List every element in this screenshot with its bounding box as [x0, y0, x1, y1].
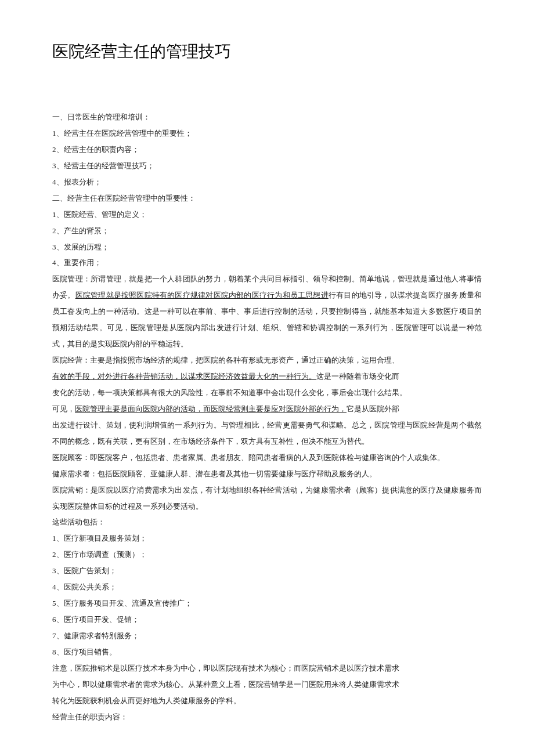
paragraph-note-3: 转化为医院获利机会从而更好地为人类健康服务的学科。 — [52, 693, 482, 709]
activities-header: 这些活动包括： — [52, 514, 482, 530]
list-item: 3、医院广告策划； — [52, 563, 482, 579]
underlined-text: 有效的手段，对外进行各种营销活动，以谋求医院经济效益最大化的一种行为。 — [52, 372, 316, 381]
list-item: 2、产生的背景； — [52, 223, 482, 239]
paragraph-health-seeker: 健康需求者：包括医院顾客、亚健康人群、潜在患者及其他一切需要健康与医疗帮助及服务… — [52, 466, 482, 482]
paragraph-hospital-business-1: 医院经营：主要是指按照市场经济的规律，把医院的各种有形或无形资产，通过正确的决策… — [52, 352, 482, 368]
underlined-text: 医院管理就是按照医院特有的医疗规律对医院内部的医疗行为和员工思想进 — [75, 291, 329, 299]
list-item: 5、医疗服务项目开发、流通及宣传推广； — [52, 595, 482, 612]
list-item: 1、医院经营、管理的定义； — [52, 207, 482, 223]
list-item: 1、医疗新项目及服务策划； — [52, 530, 482, 547]
list-item: 7、健康需求者特别服务； — [52, 628, 482, 644]
paragraph-hospital-business-5: 出发进行设计、策划，使利润增值的一系列行为。与管理相比，经营更需要勇气和谋略。总… — [52, 417, 482, 450]
list-item: 8、医疗项目销售。 — [52, 644, 482, 660]
document-title: 医院经营主任的管理技巧 — [52, 41, 482, 63]
list-item: 6、医疗项目开发、促销； — [52, 612, 482, 628]
list-item: 4、重要作用； — [52, 255, 482, 271]
text-segment: 这是一种随着市场变化而 — [316, 372, 399, 381]
duty-header: 经营主任的职责内容： — [52, 709, 482, 725]
list-item: 1、经营主任在医院经营管理中的重要性； — [52, 125, 482, 142]
underlined-text: 医院管理主要是面向医院内部的活动，而医院经营则主要是应对医院外部的行为， — [75, 404, 347, 413]
list-item: 3、经营主任的经营管理技巧； — [52, 158, 482, 174]
text-segment: 可见， — [52, 404, 75, 413]
paragraph-note-2: 为中心，即以健康需求者的需求为核心。从某种意义上看，医院营销学是一门医院用来将人… — [52, 677, 482, 693]
paragraph-marketing: 医院营销：是医院以医疗消费需求为出发点，有计划地组织各种经营活动，为健康需求者（… — [52, 482, 482, 515]
paragraph-note-1: 注意，医院推销术是以医疗技术本身为中心，即以医院现有技术为核心；而医院营销术是以… — [52, 660, 482, 677]
paragraph-hospital-business-4: 可见，医院管理主要是面向医院内部的活动，而医院经营则主要是应对医院外部的行为，它… — [52, 401, 482, 417]
list-item: 2、经营主任的职责内容； — [52, 142, 482, 158]
list-item: 3、发展的历程； — [52, 239, 482, 255]
list-item: 4、报表分析； — [52, 174, 482, 190]
paragraph-customer: 医院顾客：即医院客户，包括患者、患者家属、患者朋友、陪同患者看病的人及到医院体检… — [52, 450, 482, 466]
paragraph-hospital-management: 医院管理：所谓管理，就是把一个人群团队的努力，朝着某个共同目标指引、领导和控制。… — [52, 271, 482, 352]
text-segment: 它是从医院外部 — [347, 404, 399, 413]
section-2-header: 二、经营主任在医院经营管理中的重要性： — [52, 190, 482, 207]
paragraph-hospital-business-2: 有效的手段，对外进行各种营销活动，以谋求医院经济效益最大化的一种行为。这是一种随… — [52, 368, 482, 385]
list-item: 2、医疗市场调查（预测）； — [52, 547, 482, 563]
paragraph-hospital-business-3: 变化的活动，每一项决策都具有很大的风险性，在事前不知道事中会出现什么变化，事后会… — [52, 385, 482, 401]
list-item: 4、医院公共关系； — [52, 579, 482, 595]
section-1-header: 一、日常医生的管理和培训： — [52, 109, 482, 125]
